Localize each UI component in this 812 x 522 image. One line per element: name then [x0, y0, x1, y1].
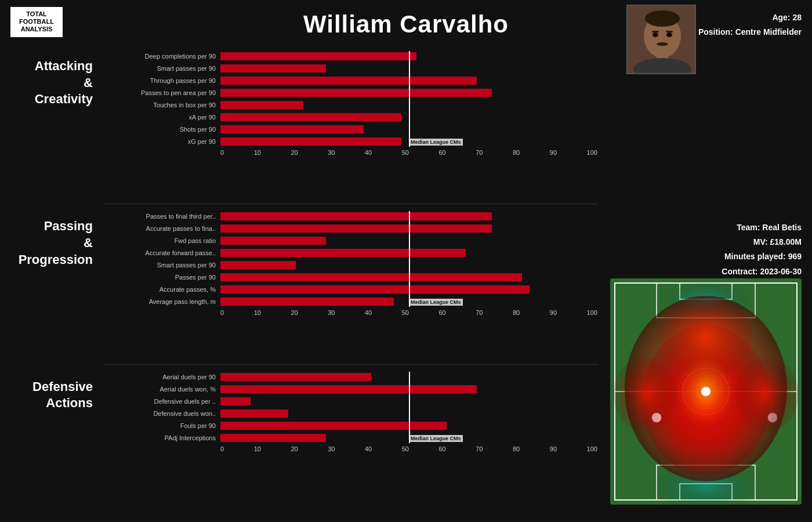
bar-label: Accurate passes, % [104, 286, 220, 293]
player-contract: Contract: 2023-06-30 [722, 264, 802, 279]
bar-track [220, 249, 597, 257]
bar-fill [220, 52, 416, 60]
bar-label: Aerial duels won, % [104, 386, 220, 393]
bar-row: Accurate passes, % [104, 284, 597, 295]
player-minutes: Minutes played: 969 [722, 249, 802, 264]
bar-row: Passes to final third per.. [104, 211, 597, 222]
bar-row: Defensive duels per .. [104, 396, 597, 407]
bar-row: Passes per 90 [104, 272, 597, 282]
svg-point-6 [666, 32, 672, 37]
bar-fill [220, 249, 466, 257]
player-mv: MV: £18.00M [722, 235, 802, 249]
bar-row: PAdj Interceptions [104, 433, 597, 443]
bar-track [220, 373, 597, 381]
bar-label: Passes to pen area per 90 [104, 89, 220, 96]
chart-wrapper-1: Passes to final third per..Accurate pass… [104, 206, 597, 316]
bar-row: Passes to pen area per 90 [104, 88, 597, 98]
bar-track [220, 89, 597, 97]
bar-track [220, 101, 597, 109]
bar-label: Fouls per 90 [104, 422, 220, 429]
bar-row: Smart passes per 90 [104, 63, 597, 74]
bar-track [220, 113, 597, 121]
player-photo [626, 5, 696, 74]
chart-wrapper-2: Aerial duels per 90Aerial duels won, %De… [104, 367, 597, 452]
player-position: Position: Centre Midfielder [698, 25, 802, 39]
bar-row: Touches in box per 90 [104, 100, 597, 110]
bar-track [220, 137, 597, 146]
bar-label: Accurate forward passe.. [104, 249, 220, 256]
svg-point-28 [625, 296, 787, 481]
bar-track [220, 77, 597, 85]
bar-track [220, 385, 597, 393]
x-axis: 0102030405060708090100 [104, 149, 597, 156]
bar-row: Aerial duels won, % [104, 384, 597, 394]
svg-point-7 [657, 42, 668, 46]
bar-fill [220, 409, 288, 418]
bar-fill [220, 125, 364, 133]
bar-label: Passes to final third per.. [104, 213, 220, 220]
bar-row: xA per 90 [104, 112, 597, 122]
bar-track [220, 64, 597, 72]
bar-fill [220, 137, 401, 146]
svg-point-5 [652, 32, 658, 37]
bar-track [220, 212, 597, 220]
bar-row: Deep completions per 90 [104, 51, 597, 61]
bar-fill [220, 224, 492, 233]
section-title-0: Attacking&Creativity [12, 46, 104, 108]
bar-row: Average pass length, m [104, 296, 597, 307]
bar-label: Smart passes per 90 [104, 262, 220, 269]
bar-fill [220, 397, 251, 405]
bar-label: Through passes per 90 [104, 77, 220, 84]
section-0: Attacking&CreativityDeep completions per… [12, 46, 597, 195]
bar-fill [220, 385, 477, 393]
charts-area: Attacking&CreativityDeep completions per… [0, 46, 609, 522]
section-1: Passing&ProgressionPasses to final third… [12, 206, 597, 356]
bar-track [220, 237, 597, 245]
bar-label: xG per 90 [104, 138, 220, 145]
bar-fill [220, 237, 326, 245]
bar-label: Fwd pass ratio [104, 237, 220, 244]
bar-row: Through passes per 90 [104, 75, 597, 86]
player-info: Age: 28 Position: Centre Midfielder [698, 10, 802, 39]
bar-fill [220, 434, 326, 442]
chart-wrapper-0: Deep completions per 90Smart passes per … [104, 46, 597, 156]
bar-track [220, 273, 597, 281]
section-2: DefensiveActionsAerial duels per 90Aeria… [12, 367, 597, 516]
bar-label: Defensive duels won.. [104, 410, 220, 417]
bar-label: Deep completions per 90 [104, 53, 220, 60]
bar-label: xA per 90 [104, 114, 220, 121]
bar-track [220, 397, 597, 405]
bar-track [220, 285, 597, 293]
bar-row: Accurate forward passe.. [104, 248, 597, 258]
bar-fill [220, 89, 492, 97]
bar-label: Accurate passes to fina.. [104, 225, 220, 232]
section-title-1: Passing&Progression [12, 206, 104, 268]
bar-fill [220, 101, 303, 109]
x-axis: 0102030405060708090100 [104, 309, 597, 316]
page-container: TOTAL FOOTBALL ANALYSIS William Carvalho [0, 0, 812, 522]
player-team: Team: Real Betis [722, 220, 802, 235]
svg-rect-8 [652, 31, 659, 32]
bar-fill [220, 285, 530, 293]
bar-track [220, 224, 597, 233]
bar-row: Accurate passes to fina.. [104, 223, 597, 234]
bar-chart-1: Passes to final third per..Accurate pass… [104, 211, 597, 307]
bar-label: Aerial duels per 90 [104, 374, 220, 380]
bar-label: Touches in box per 90 [104, 102, 220, 108]
bar-label: Passes per 90 [104, 274, 220, 281]
player-age: Age: 28 [698, 10, 802, 25]
bar-track [220, 422, 597, 430]
bar-track [220, 434, 597, 442]
bar-row: Smart passes per 90 [104, 260, 597, 270]
bar-fill [220, 261, 296, 269]
section-separator [104, 364, 597, 365]
bar-chart-2: Aerial duels per 90Aerial duels won, %De… [104, 372, 597, 443]
bar-fill [220, 422, 447, 430]
section-title-2: DefensiveActions [12, 367, 104, 412]
bar-fill [220, 64, 326, 72]
bar-label: Defensive duels per .. [104, 398, 220, 405]
bar-row: xG per 90 [104, 136, 597, 147]
bar-track [220, 52, 597, 60]
bar-track [220, 409, 597, 418]
bar-chart-0: Deep completions per 90Smart passes per … [104, 51, 597, 147]
